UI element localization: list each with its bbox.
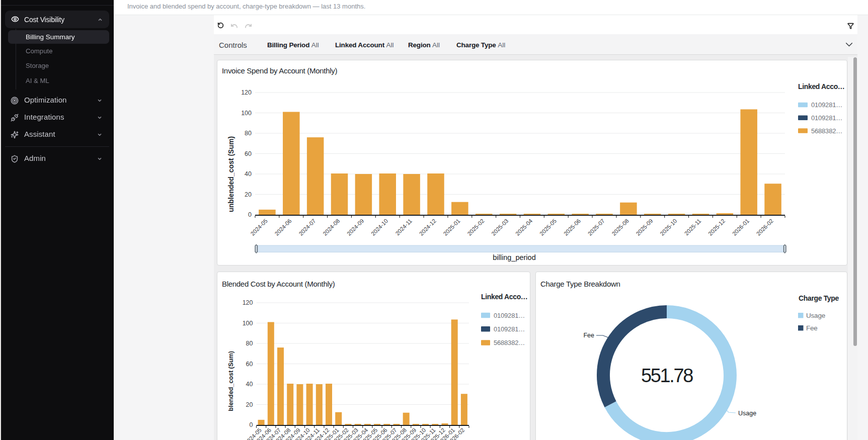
- svg-text:2025-03: 2025-03: [490, 217, 509, 236]
- svg-text:2024-05: 2024-05: [250, 217, 269, 236]
- svg-text:40: 40: [245, 170, 252, 178]
- svg-text:0: 0: [250, 421, 253, 428]
- svg-text:Linked Acco…: Linked Acco…: [798, 82, 845, 91]
- svg-text:2025-07: 2025-07: [587, 217, 606, 236]
- svg-text:Usage: Usage: [806, 312, 825, 319]
- svg-text:5688382…: 5688382…: [494, 339, 525, 346]
- svg-text:2024-12: 2024-12: [418, 217, 437, 236]
- svg-text:unblended_cost (Sum): unblended_cost (Sum): [227, 136, 235, 212]
- svg-text:2025-12: 2025-12: [707, 217, 726, 236]
- svg-text:120: 120: [243, 299, 253, 306]
- svg-text:60: 60: [246, 361, 253, 368]
- svg-text:2025-10: 2025-10: [659, 217, 678, 236]
- svg-text:Fee: Fee: [806, 324, 818, 332]
- svg-text:blended_cost (Sum): blended_cost (Sum): [227, 351, 234, 411]
- svg-text:0109281…: 0109281…: [494, 312, 525, 319]
- svg-text:2026-02: 2026-02: [755, 217, 774, 236]
- svg-text:2025-01: 2025-01: [442, 217, 461, 236]
- svg-text:551.78: 551.78: [641, 365, 693, 386]
- svg-text:2025-06: 2025-06: [563, 217, 582, 236]
- svg-text:Fee: Fee: [583, 332, 594, 339]
- svg-text:Linked Acco…: Linked Acco…: [481, 293, 528, 301]
- svg-text:60: 60: [245, 150, 252, 157]
- svg-text:2025-04: 2025-04: [514, 217, 533, 236]
- svg-text:2025-11: 2025-11: [683, 217, 702, 236]
- svg-text:billing_period: billing_period: [493, 253, 535, 261]
- svg-text:100: 100: [243, 320, 253, 327]
- svg-text:120: 120: [241, 89, 252, 96]
- svg-text:2024-06: 2024-06: [274, 217, 293, 236]
- svg-text:20: 20: [246, 401, 253, 408]
- svg-text:0109281…: 0109281…: [811, 114, 842, 121]
- svg-text:80: 80: [245, 130, 252, 137]
- svg-text:2025-09: 2025-09: [635, 217, 654, 236]
- svg-text:2024-09: 2024-09: [346, 217, 365, 236]
- svg-text:0109281…: 0109281…: [811, 101, 842, 109]
- svg-text:2025-02: 2025-02: [466, 217, 486, 236]
- svg-text:40: 40: [246, 381, 253, 388]
- svg-text:2024-10: 2024-10: [370, 217, 389, 236]
- svg-text:20: 20: [245, 191, 252, 198]
- svg-text:2024-08: 2024-08: [322, 217, 341, 236]
- svg-text:5688382…: 5688382…: [811, 127, 842, 134]
- svg-text:80: 80: [246, 340, 253, 347]
- svg-text:0109281…: 0109281…: [494, 325, 525, 333]
- svg-text:2025-05: 2025-05: [538, 217, 558, 236]
- svg-text:2024-11: 2024-11: [394, 217, 413, 236]
- svg-text:100: 100: [241, 109, 252, 116]
- svg-text:0: 0: [248, 211, 252, 218]
- svg-text:Usage: Usage: [738, 410, 756, 417]
- svg-text:2025-08: 2025-08: [611, 217, 630, 236]
- svg-text:Charge Type: Charge Type: [799, 294, 839, 302]
- svg-text:2024-07: 2024-07: [298, 217, 317, 236]
- svg-text:2026-01: 2026-01: [731, 217, 750, 236]
